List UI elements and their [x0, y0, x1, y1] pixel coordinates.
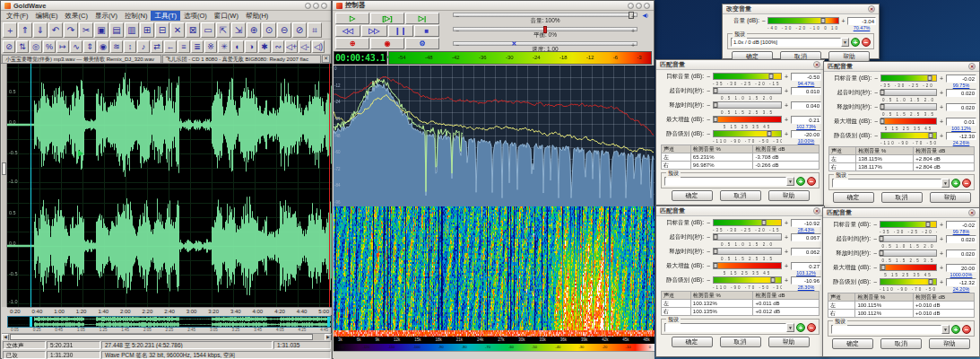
slider-percent-link[interactable]: 24.20% — [946, 286, 976, 292]
chevron-down-icon[interactable]: ▼ — [841, 38, 849, 47]
slider-decrement[interactable]: − — [705, 277, 712, 284]
slider-value[interactable]: -3.04 — [847, 17, 876, 25]
slider-decrement[interactable]: − — [872, 250, 879, 257]
slider-increment[interactable]: + — [783, 102, 790, 109]
slider-value[interactable]: -20.00 — [791, 130, 821, 138]
slider-track[interactable] — [713, 116, 782, 123]
slider-thumb[interactable] — [713, 263, 717, 268]
preset-add-icon[interactable]: + — [951, 325, 960, 334]
slider-decrement[interactable]: − — [872, 75, 880, 82]
play-button[interactable]: ▷ — [335, 13, 369, 24]
slider-increment[interactable]: + — [783, 220, 790, 226]
waveform-display[interactable] — [7, 64, 332, 307]
copy-icon[interactable]: ▣ — [94, 22, 108, 38]
slider-value[interactable]: -0.02 — [946, 221, 976, 229]
vertical-scrollbar-thumb[interactable] — [2, 162, 6, 175]
slider-track[interactable] — [713, 101, 782, 109]
slider-track[interactable] — [713, 276, 782, 284]
slider-thumb[interactable] — [880, 90, 885, 95]
play-fast-button[interactable]: ▷| — [405, 13, 439, 24]
volume-down-icon[interactable]: ◁- — [299, 40, 311, 53]
dialog-titlebar[interactable]: 改变音量 ✕ — [723, 4, 879, 14]
chevron-down-icon[interactable]: ▼ — [786, 323, 794, 332]
slider-value[interactable]: 0.01 — [946, 118, 976, 126]
table-row[interactable]: 左 100.132% +0.011 dB — [662, 300, 820, 308]
close-icon[interactable]: ✕ — [968, 63, 976, 70]
close-icon[interactable]: ✕ — [813, 207, 820, 215]
slider-increment[interactable]: + — [783, 249, 790, 255]
slider-increment[interactable]: + — [783, 88, 790, 94]
ok-button[interactable]: 确定 — [672, 337, 713, 347]
stop-button[interactable]: ■ — [414, 25, 439, 37]
pop-removal-icon[interactable]: ✳ — [218, 40, 230, 53]
equalizer-icon[interactable]: ≣ — [191, 40, 204, 53]
slider-thumb[interactable] — [880, 236, 884, 241]
slider-increment[interactable]: + — [938, 236, 945, 242]
slider-percent-link[interactable]: 102.73% — [791, 124, 821, 129]
slider-value[interactable]: 0.067 — [791, 233, 821, 241]
slider-percent-link[interactable]: 24.26% — [946, 140, 976, 145]
slider-value[interactable]: 0.21 — [791, 116, 821, 124]
slider-decrement[interactable]: − — [705, 74, 712, 80]
expression-icon[interactable]: % — [43, 40, 56, 53]
slider-decrement[interactable]: − — [872, 118, 880, 125]
slider-thumb[interactable] — [768, 74, 773, 79]
record-selection-button[interactable]: ◉ — [370, 38, 404, 49]
slider-value[interactable]: -12.32 — [946, 278, 976, 286]
flanger-icon[interactable]: ⇕ — [83, 40, 96, 53]
slider-decrement[interactable]: − — [705, 88, 712, 94]
stereo-center-icon[interactable]: ◐ — [231, 40, 244, 53]
preset-combo[interactable]: ▼ — [664, 177, 794, 186]
slider-thumb[interactable] — [881, 265, 886, 270]
slider-decrement[interactable]: − — [872, 90, 880, 96]
slider-increment[interactable]: + — [783, 117, 790, 123]
select-start-icon[interactable]: ⇱ — [216, 22, 230, 38]
table-row[interactable]: 右 100.135% +0.012 dB — [662, 308, 820, 316]
slider-increment[interactable]: + — [783, 263, 790, 269]
slider-track[interactable]: − + — [453, 27, 637, 31]
slider-decrement[interactable]: − — [872, 236, 879, 242]
slider-increment[interactable]: + — [783, 234, 790, 241]
mute-icon[interactable]: ⊘ — [3, 40, 15, 53]
slider-decrement[interactable]: − — [705, 234, 712, 241]
slider-decrement[interactable]: − — [872, 133, 880, 139]
table-row[interactable]: 右 100.112% +0.010 dB — [828, 310, 975, 318]
close-icon[interactable]: ✕ — [868, 5, 875, 13]
select-end-icon[interactable]: ⇲ — [231, 22, 246, 38]
settings-button[interactable]: ⚙ — [405, 38, 439, 49]
slider-percent-link[interactable]: 28.30% — [791, 285, 821, 290]
slider-thumb[interactable]: ✕ — [510, 40, 517, 48]
slider-value[interactable]: 0.010 — [791, 87, 821, 95]
slider-track[interactable] — [768, 17, 839, 24]
volume-shape-icon[interactable]: ↕ — [124, 40, 136, 53]
slider-thumb[interactable] — [928, 133, 932, 138]
invert-icon[interactable]: ← — [164, 40, 177, 53]
slider-increment[interactable]: + — [840, 18, 846, 24]
menu-item[interactable]: 选项(O) — [180, 11, 211, 21]
close-icon[interactable]: ✕ — [813, 61, 820, 68]
slider-increment[interactable]: + — [938, 75, 945, 82]
slider-decrement[interactable]: − — [872, 265, 879, 271]
slider-decrement[interactable]: − — [705, 220, 712, 226]
slider-decrement[interactable]: − — [705, 102, 712, 109]
cancel-button[interactable]: 取消 — [720, 190, 761, 201]
cancel-button[interactable]: 取消 — [720, 337, 761, 347]
slider-percent-link[interactable]: 94.47% — [791, 81, 821, 86]
fast-forward-button[interactable]: ▷▷ — [361, 25, 386, 37]
pause-button[interactable]: ❙❙ — [388, 25, 413, 37]
document-tab-1[interactable]: 小宝宝要睡觉(伴奏) mp3.wav — 最美情歌 Remix_DJ_320.w… — [2, 55, 161, 63]
slider-track[interactable] — [880, 74, 937, 82]
control-titlebar[interactable]: 控制器 — [333, 1, 654, 11]
slider-percent-link[interactable]: 28.43% — [791, 227, 821, 232]
zoom-1to1-icon[interactable]: ⊙ — [262, 22, 276, 38]
slider-track[interactable]: − ✕ + — [453, 41, 637, 46]
trim-icon[interactable]: ▭ — [201, 22, 215, 38]
slider-increment[interactable]: + — [631, 42, 635, 48]
slider-decrement[interactable]: − — [705, 263, 712, 269]
slider-track[interactable] — [713, 73, 782, 80]
slider-value[interactable]: 0.020 — [946, 89, 976, 97]
slider-increment[interactable]: + — [938, 222, 945, 228]
slider-value[interactable]: 0.062 — [791, 248, 821, 256]
slider-value[interactable]: -10.92 — [791, 219, 821, 227]
slider-increment[interactable]: + — [783, 131, 790, 137]
